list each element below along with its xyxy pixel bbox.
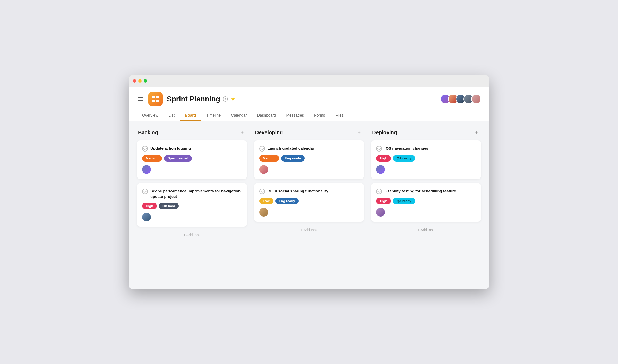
header-top: Sprint Planning i ★ [137,92,481,106]
check-icon [142,189,148,194]
card-ios-navigation: iOS navigation changes High QA ready [371,140,481,179]
card-title: iOS navigation changes [384,146,428,151]
card-tags: High QA ready [376,155,476,162]
check-icon [376,189,382,194]
column-title-developing: Developing [255,130,283,136]
card-title-row: Build social sharing functionality [259,188,359,194]
tab-files[interactable]: Files [330,110,349,121]
card-scope-performance: Scope performance improvements for navig… [137,183,247,227]
check-inner [143,146,147,150]
project-title-area: Sprint Planning i ★ [167,95,236,103]
card-tags: High On hold [142,203,242,209]
minimize-button[interactable] [138,79,142,83]
card-title: Scope performance improvements for navig… [150,188,242,199]
column-title-deploying: Deploying [372,130,397,136]
titlebar [129,75,489,87]
tag-qa-ready: QA ready [393,198,415,204]
card-avatar [376,165,385,174]
card-avatar [376,208,385,217]
card-title: Launch updated calendar [268,146,314,151]
add-column-backlog-button[interactable]: + [239,129,246,136]
card-update-action-logging: Update action logging Medium Spec needed [137,140,247,179]
column-title-backlog: Backlog [138,130,158,136]
tag-medium: Medium [259,155,279,162]
tag-low: Low [259,198,273,204]
card-title-row: Usability testing for scheduling feature [376,188,476,194]
tab-timeline[interactable]: Timeline [201,110,226,121]
tag-high: High [376,198,391,204]
logo-dot [156,96,159,98]
tag-eng-ready: Eng ready [281,155,305,162]
column-backlog: Backlog + Update action logging Medium S… [137,129,247,239]
card-tags: High QA ready [376,198,476,204]
user-avatars [440,94,481,104]
column-header-developing: Developing + [254,129,364,136]
column-deploying: Deploying + iOS navigation changes High … [371,129,481,234]
maximize-button[interactable] [144,79,147,83]
tag-spec-needed: Spec needed [164,155,192,162]
tag-high: High [376,155,391,162]
tag-qa-ready: QA ready [393,155,415,162]
logo-dot [156,100,159,102]
logo-dot [152,100,155,102]
header-left: Sprint Planning i ★ [137,92,236,106]
logo-dot [152,96,155,98]
app-logo [148,92,163,106]
add-task-backlog[interactable]: + Add task [137,231,247,239]
card-launch-calendar: Launch updated calendar Medium Eng ready [254,140,364,179]
tab-dashboard[interactable]: Dashboard [252,110,281,121]
card-title-row: Launch updated calendar [259,146,359,152]
check-icon [142,146,148,152]
tab-forms[interactable]: Forms [309,110,330,121]
star-icon[interactable]: ★ [230,96,236,102]
board-area: Backlog + Update action logging Medium S… [129,121,489,289]
card-tags: Medium Spec needed [142,155,242,162]
add-column-deploying-button[interactable]: + [473,129,480,136]
card-title: Build social sharing functionality [268,188,328,194]
check-inner [260,189,264,193]
app-content: Sprint Planning i ★ Overview List [129,87,489,289]
logo-dots [152,96,159,102]
card-tags: Medium Eng ready [259,155,359,162]
card-title: Usability testing for scheduling feature [384,188,456,194]
project-title: Sprint Planning [167,95,220,103]
tab-board[interactable]: Board [180,110,201,121]
card-usability-testing: Usability testing for scheduling feature… [371,183,481,222]
tab-overview[interactable]: Overview [137,110,164,121]
check-icon [259,146,265,152]
app-window: Sprint Planning i ★ Overview List [129,75,489,289]
card-avatar [142,213,151,221]
column-header-backlog: Backlog + [137,129,247,136]
tag-eng-ready: Eng ready [275,198,299,204]
header: Sprint Planning i ★ Overview List [129,87,489,121]
tab-list[interactable]: List [164,110,180,121]
column-header-deploying: Deploying + [371,129,481,136]
check-icon [376,146,382,152]
avatar [471,94,481,104]
card-tags: Low Eng ready [259,198,359,204]
tag-on-hold: On hold [159,203,179,209]
check-inner [143,189,147,193]
info-icon[interactable]: i [223,96,228,102]
close-button[interactable] [133,79,136,83]
card-title-row: iOS navigation changes [376,146,476,152]
card-title: Update action logging [150,146,191,151]
add-task-deploying[interactable]: + Add task [371,226,481,234]
card-social-sharing: Build social sharing functionality Low E… [254,183,364,222]
card-avatar [259,208,268,217]
add-task-developing[interactable]: + Add task [254,226,364,234]
card-title-row: Update action logging [142,146,242,152]
check-inner [377,189,381,193]
card-title-row: Scope performance improvements for navig… [142,188,242,199]
add-column-developing-button[interactable]: + [356,129,363,136]
column-developing: Developing + Launch updated calendar Med… [254,129,364,234]
card-avatar [142,165,151,174]
check-inner [260,146,264,150]
tag-medium: Medium [142,155,162,162]
nav-tabs: Overview List Board Timeline Calendar Da… [137,110,481,121]
check-inner [377,146,381,150]
tag-high: High [142,203,157,209]
tab-messages[interactable]: Messages [281,110,309,121]
menu-icon[interactable] [137,96,144,102]
tab-calendar[interactable]: Calendar [226,110,252,121]
